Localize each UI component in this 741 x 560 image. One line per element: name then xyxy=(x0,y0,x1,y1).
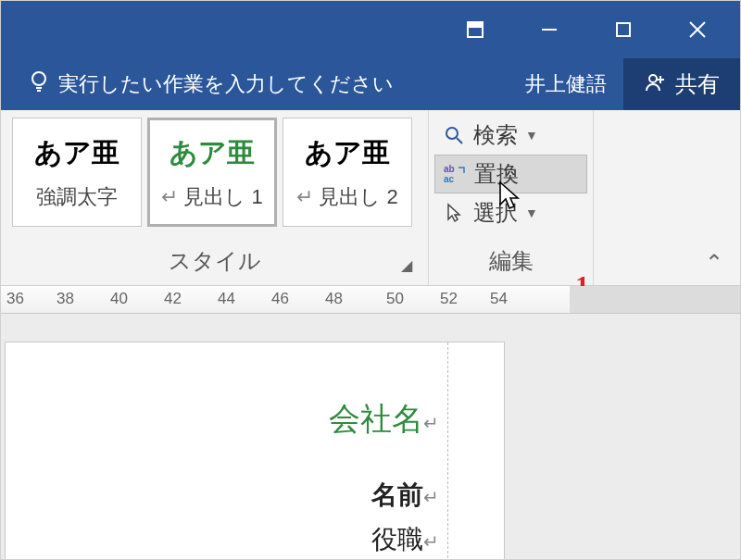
doc-name[interactable]: 名前 xyxy=(371,480,423,509)
styles-group: あア亜 強調太字 あア亜 ↵ 見出し 1 あア亜 ↵ 見出し 2 スタイル ◢ xyxy=(1,110,429,285)
editing-group: 検索 ▼ ab ac 置換 選択 ▼ 編集 xyxy=(429,110,594,285)
svg-text:ab: ab xyxy=(444,164,455,174)
svg-point-9 xyxy=(649,75,657,82)
svg-line-13 xyxy=(457,138,462,143)
style-item-heading2[interactable]: あア亜 ↵ 見出し 2 xyxy=(283,118,412,227)
style-item-strong[interactable]: あア亜 強調太字 xyxy=(12,118,142,227)
horizontal-ruler[interactable]: 36 38 40 42 44 46 48 50 52 54 xyxy=(1,286,740,314)
svg-point-12 xyxy=(446,128,458,139)
styles-group-label: スタイル xyxy=(169,246,261,276)
find-button[interactable]: 検索 ▼ xyxy=(434,116,587,155)
collapse-ribbon-button[interactable]: ⌃ xyxy=(705,250,723,276)
chevron-down-icon: ▼ xyxy=(525,128,538,143)
document-area[interactable]: 会社名↵ 名前↵ 役職↵ 〒 000-0000 都道府県市区町村番地 xyxy=(1,314,740,560)
lightbulb-icon xyxy=(29,69,49,99)
close-button[interactable] xyxy=(660,1,735,58)
replace-label: 置換 xyxy=(474,159,519,189)
ruler-tick: 54 xyxy=(490,290,508,308)
ruler-tick: 42 xyxy=(164,290,182,308)
style-label: 強調太字 xyxy=(36,183,118,211)
ruler-tick: 40 xyxy=(110,290,128,308)
style-label: ↵ 見出し 1 xyxy=(161,183,262,211)
chevron-down-icon: ▼ xyxy=(525,205,538,220)
ruler-tick: 52 xyxy=(440,290,458,308)
ruler-tick: 36 xyxy=(6,290,24,308)
ruler-tick: 50 xyxy=(386,290,404,308)
doc-position[interactable]: 役職 xyxy=(371,525,423,554)
style-label: ↵ 見出し 2 xyxy=(296,183,397,211)
tellme-placeholder[interactable]: 実行したい作業を入力してください xyxy=(58,70,394,98)
ruler-tick: 38 xyxy=(57,290,74,308)
style-sample: あア亜 xyxy=(34,134,119,172)
minimize-button[interactable] xyxy=(512,1,586,58)
document-page[interactable]: 会社名↵ 名前↵ 役職↵ 〒 000-0000 都道府県市区町村番地 xyxy=(5,342,505,560)
svg-text:ac: ac xyxy=(444,174,455,184)
cursor-icon xyxy=(440,203,468,223)
paragraph-mark-icon: ↵ xyxy=(423,487,439,507)
style-sample: あア亜 xyxy=(305,134,390,172)
ruler-tick: 48 xyxy=(325,290,343,308)
share-icon xyxy=(644,70,666,98)
editing-group-label: 編集 xyxy=(489,246,534,276)
style-sample: あア亜 xyxy=(170,134,255,172)
style-item-heading1[interactable]: あア亜 ↵ 見出し 1 xyxy=(147,118,277,227)
ruler-margin-zone xyxy=(570,286,740,313)
style-gallery[interactable]: あア亜 強調太字 あア亜 ↵ 見出し 1 あア亜 ↵ 見出し 2 xyxy=(6,118,422,227)
svg-rect-1 xyxy=(468,22,483,27)
share-button[interactable]: 共有 xyxy=(623,58,740,110)
paragraph-mark-icon: ↵ xyxy=(423,531,439,552)
replace-button[interactable]: ab ac 置換 xyxy=(434,155,587,193)
ribbon-display-options-button[interactable] xyxy=(438,1,512,58)
styles-dialog-launcher[interactable]: ◢ xyxy=(396,255,417,276)
select-button[interactable]: 選択 ▼ xyxy=(434,193,587,232)
ribbon: あア亜 強調太字 あア亜 ↵ 見出し 1 あア亜 ↵ 見出し 2 スタイル ◢ … xyxy=(1,110,740,286)
ruler-tick: 46 xyxy=(271,290,289,308)
replace-icon: ab ac xyxy=(441,164,469,184)
search-icon xyxy=(440,125,468,145)
doc-company[interactable]: 会社名 xyxy=(329,401,423,436)
share-label: 共有 xyxy=(675,69,720,99)
select-label: 選択 xyxy=(473,198,518,228)
paragraph-mark-icon: ↵ xyxy=(423,413,439,433)
username-label[interactable]: 井上健語 xyxy=(509,70,623,98)
svg-point-6 xyxy=(32,72,45,85)
maximize-button[interactable] xyxy=(586,1,660,58)
titlebar xyxy=(1,1,740,58)
tellme-bar: 実行したい作業を入力してください 井上健語 共有 xyxy=(1,58,740,110)
find-label: 検索 xyxy=(473,120,518,150)
svg-rect-3 xyxy=(617,23,630,36)
ruler-tick: 44 xyxy=(218,290,235,308)
